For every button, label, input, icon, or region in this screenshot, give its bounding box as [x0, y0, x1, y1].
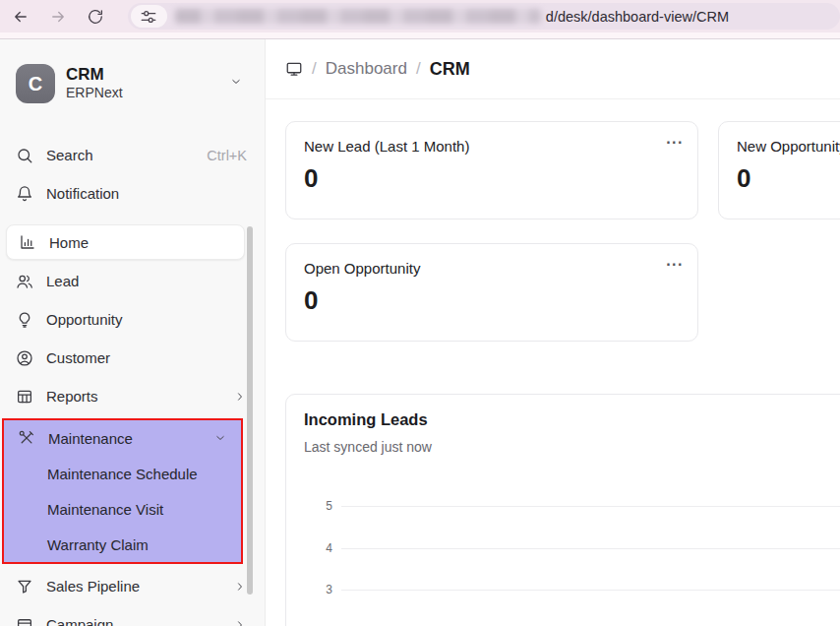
sidebar-item-home[interactable]: Home: [6, 224, 245, 260]
site-settings-chip[interactable]: [131, 5, 167, 28]
table-icon: [16, 388, 33, 406]
refresh-icon: [87, 8, 104, 26]
app-frame: d/desk/dashboard-view/CRM C CRM ERPNext …: [0, 0, 840, 626]
tools-icon: [18, 429, 35, 447]
sidebar-item-campaign[interactable]: Campaign: [0, 605, 265, 626]
sidebar-item-warranty-claim[interactable]: Warranty Claim: [4, 527, 241, 562]
card-value: 0: [304, 163, 680, 194]
chevron-down-icon: [213, 431, 227, 445]
breadcrumb-separator: /: [312, 59, 317, 79]
back-arrow-icon: [12, 8, 30, 26]
sidebar-item-label: Search: [46, 147, 93, 163]
sidebar-item-maintenance[interactable]: Maintenance: [4, 420, 241, 456]
forward-arrow-icon: [49, 8, 67, 26]
number-card-new-opportunity: New Opportunity 0: [718, 121, 840, 219]
y-tick-label: 5: [286, 499, 341, 513]
sidebar-item-label: Maintenance Visit: [47, 501, 163, 518]
sidebar-item-label: Home: [49, 234, 89, 251]
window-icon: [16, 616, 33, 626]
lightbulb-icon: [16, 311, 33, 329]
bell-icon: [16, 185, 33, 203]
card-title: New Opportunity: [737, 138, 840, 155]
card-title: New Lead (Last 1 Month): [304, 138, 680, 155]
sidebar-item-search[interactable]: Search Ctrl+K: [0, 136, 265, 174]
chevron-down-icon: [229, 75, 243, 89]
sidebar-item-label: Opportunity: [46, 311, 123, 328]
sidebar-item-label: Sales Pipeline: [46, 578, 140, 595]
browser-forward-button[interactable]: [45, 4, 71, 30]
gridline: [341, 590, 840, 591]
sidebar-item-notification[interactable]: Notification: [0, 174, 265, 213]
workspace-product: ERPNext: [66, 85, 123, 102]
sidebar-item-label: Warranty Claim: [47, 536, 149, 553]
chart-gridline-row: 3: [286, 583, 840, 596]
url-bar[interactable]: d/desk/dashboard-view/CRM: [128, 3, 840, 30]
breadcrumb-separator: /: [416, 59, 421, 79]
sidebar-item-label: Lead: [46, 273, 79, 289]
tune-icon: [140, 8, 157, 26]
sidebar-item-opportunity[interactable]: Opportunity: [0, 300, 265, 339]
sidebar-scrollbar[interactable]: [247, 226, 253, 595]
chevron-right-icon: [233, 390, 247, 404]
sidebar-item-label: Reports: [46, 388, 98, 405]
chevron-right-icon: [233, 618, 247, 626]
users-icon: [16, 273, 33, 290]
gridline: [341, 548, 840, 549]
breadcrumb: / Dashboard / CRM: [266, 39, 840, 99]
breadcrumb-item-dashboard[interactable]: Dashboard: [326, 59, 407, 79]
y-tick-label: 4: [286, 541, 341, 555]
url-text: d/desk/dashboard-view/CRM: [546, 9, 729, 25]
sidebar-menu: Home Lead Opportunity Customer Reports: [0, 224, 265, 626]
sidebar-item-reports[interactable]: Reports: [0, 377, 265, 415]
main-content: / Dashboard / CRM New Lead (Last 1 Month…: [266, 39, 840, 626]
redacted-url-segment: [175, 9, 541, 24]
y-tick-label: 3: [286, 583, 341, 596]
maintenance-group-highlight: Maintenance Maintenance Schedule Mainten…: [2, 418, 243, 564]
toolbar-bottom-strip: [0, 32, 840, 39]
sidebar-item-label: Maintenance: [48, 430, 133, 447]
search-icon: [16, 147, 33, 164]
chart-card-incoming-leads: Incoming Leads Last synced just now 5 4 …: [285, 394, 840, 626]
card-value: 0: [304, 285, 680, 316]
card-value: 0: [737, 163, 840, 194]
workspace-switcher[interactable]: C CRM ERPNext: [16, 61, 243, 106]
sidebar-item-sales-pipeline[interactable]: Sales Pipeline: [0, 567, 265, 605]
sidebar-item-lead[interactable]: Lead: [0, 262, 265, 300]
sidebar-item-label: Customer: [46, 349, 110, 366]
funnel-icon: [16, 578, 33, 595]
chevron-right-icon: [233, 580, 247, 594]
chart-gridline-row: 4: [286, 541, 840, 555]
chart-sync-status: Last synced just now: [304, 439, 840, 455]
sidebar: C CRM ERPNext Search Ctrl+K Notification: [0, 39, 266, 626]
workspace-logo: C: [16, 64, 55, 103]
number-card-open-opportunity: Open Opportunity 0 ...: [285, 243, 698, 342]
bar-chart-icon: [19, 233, 36, 251]
number-card-new-lead: New Lead (Last 1 Month) 0 ...: [285, 121, 698, 219]
browser-toolbar: d/desk/dashboard-view/CRM: [0, 0, 840, 39]
chart-title: Incoming Leads: [304, 410, 840, 429]
user-circle-icon: [16, 349, 33, 367]
card-menu-button[interactable]: ...: [666, 130, 684, 148]
sidebar-item-maintenance-visit[interactable]: Maintenance Visit: [4, 491, 241, 527]
chart-gridline-row: 5: [286, 499, 840, 513]
monitor-icon: [285, 60, 303, 78]
browser-refresh-button[interactable]: [83, 4, 108, 30]
sidebar-item-label: Notification: [46, 185, 119, 202]
sidebar-item-maintenance-schedule[interactable]: Maintenance Schedule: [4, 456, 241, 491]
sidebar-item-label: Maintenance Schedule: [47, 466, 198, 482]
sidebar-item-customer[interactable]: Customer: [0, 339, 265, 377]
browser-back-button[interactable]: [8, 4, 33, 30]
card-title: Open Opportunity: [304, 260, 680, 277]
workspace-name: CRM: [66, 65, 123, 85]
breadcrumb-item-current: CRM: [430, 59, 470, 80]
search-shortcut: Ctrl+K: [207, 148, 247, 163]
sidebar-item-label: Campaign: [46, 616, 113, 626]
card-menu-button[interactable]: ...: [666, 252, 684, 270]
gridline: [341, 506, 840, 507]
